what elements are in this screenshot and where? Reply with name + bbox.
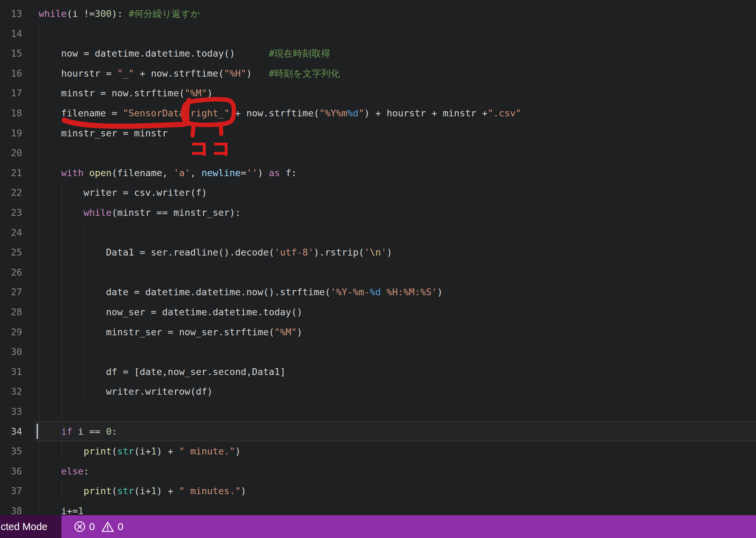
code-line[interactable]: 24 — [0, 223, 756, 243]
code-token — [39, 486, 84, 496]
code-line[interactable]: 28 now_ser = datetime.datetime.today() — [0, 302, 756, 322]
code-token: df = [date,now_ser.second,Data1] — [39, 366, 285, 377]
code-line[interactable]: 27 date = datetime.datetime.now().strfti… — [0, 282, 756, 302]
line-number[interactable]: 33 — [0, 402, 22, 422]
code-area[interactable]: 13while(i !=300): #何分繰り返すか1415 now = dat… — [0, 0, 756, 515]
code-text: with open(filename, 'a', newline='') as … — [39, 163, 297, 183]
code-line[interactable]: 36 else: — [0, 461, 756, 481]
line-number[interactable]: 22 — [0, 183, 22, 203]
code-token: "_" — [117, 68, 134, 79]
code-line[interactable]: 23 while(minstr == minstr_ser): — [0, 203, 756, 223]
code-token: now_ser = datetime.datetime.today() — [39, 307, 302, 317]
code-line[interactable]: 29 minstr_ser = now_ser.strftime("%M") — [0, 322, 756, 342]
problems-status[interactable]: 0 0 — [74, 515, 123, 538]
code-line[interactable]: 13while(i !=300): #何分繰り返すか — [0, 4, 756, 24]
code-token: + now.strftime( — [134, 68, 224, 79]
line-number[interactable]: 25 — [0, 242, 22, 262]
line-number[interactable]: 30 — [0, 342, 22, 362]
code-line[interactable]: 34 if i == 0: — [0, 422, 756, 442]
code-text: hourstr = "_" + now.strftime("%H") #時刻を文… — [39, 64, 340, 84]
code-line[interactable]: 33 — [0, 402, 756, 422]
code-line[interactable]: 15 now = datetime.datetime.today() #現在時刻… — [0, 44, 756, 64]
code-line[interactable]: 31 df = [date,now_ser.second,Data1] — [0, 362, 756, 382]
code-text: date = datetime.datetime.now().strftime(… — [39, 282, 443, 302]
code-token: (minstr == minstr_ser): — [112, 207, 241, 218]
code-line[interactable]: 18 filename = "SensorData_right_" + now.… — [0, 103, 756, 123]
code-token: ) + — [156, 446, 179, 457]
code-token: %d — [370, 287, 381, 297]
restricted-mode-label: cted Mode — [1, 521, 47, 532]
code-token: open — [89, 167, 112, 178]
line-number[interactable]: 18 — [0, 103, 22, 123]
code-line[interactable]: 25 Data1 = ser.readline().decode('utf-8'… — [0, 242, 756, 262]
line-number[interactable]: 24 — [0, 223, 22, 243]
line-number[interactable]: 28 — [0, 302, 22, 322]
code-token: #何分繰り返すか — [128, 8, 200, 19]
code-line[interactable]: 21 with open(filename, 'a', newline='') … — [0, 163, 756, 183]
code-line[interactable]: 32 writer.writerow(df) — [0, 382, 756, 402]
code-line[interactable]: 17 minstr = now.strftime("%M") — [0, 83, 756, 103]
line-number[interactable]: 29 — [0, 322, 22, 342]
line-number[interactable]: 37 — [0, 481, 22, 501]
line-number[interactable]: 35 — [0, 441, 22, 461]
line-number[interactable]: 21 — [0, 163, 22, 183]
code-token: 1 — [151, 486, 156, 496]
code-text: while(i !=300): #何分繰り返すか — [39, 4, 200, 24]
code-line[interactable]: 30 — [0, 342, 756, 362]
line-number[interactable]: 14 — [0, 24, 22, 44]
code-token — [39, 207, 84, 218]
code-text: minstr_ser = minstr — [39, 123, 168, 143]
line-number[interactable]: 27 — [0, 282, 22, 302]
code-token: "SensorData_right_" — [123, 108, 230, 118]
line-number[interactable]: 32 — [0, 382, 22, 402]
code-token: "%H" — [224, 68, 246, 79]
error-count: 0 — [89, 515, 95, 538]
code-token — [39, 446, 84, 457]
code-token: ' — [381, 247, 387, 258]
code-token: print — [84, 446, 112, 457]
code-token: , — [190, 167, 202, 178]
code-text: minstr_ser = now_ser.strftime("%M") — [39, 322, 302, 342]
line-number[interactable]: 38 — [0, 501, 22, 515]
code-line[interactable]: 14 — [0, 24, 756, 44]
line-number[interactable]: 19 — [0, 123, 22, 143]
code-line[interactable]: 19 minstr_ser = minstr — [0, 123, 756, 143]
line-number[interactable]: 26 — [0, 262, 22, 282]
line-number[interactable]: 13 — [0, 4, 22, 24]
code-token: while — [39, 8, 67, 19]
code-line[interactable]: 22 writer = csv.writer(f) — [0, 183, 756, 203]
code-token: as — [269, 167, 280, 178]
code-editor[interactable]: 13while(i !=300): #何分繰り返すか1415 now = dat… — [0, 0, 756, 515]
code-line[interactable]: 37 print(str(i+1) + " minutes.") — [0, 481, 756, 501]
code-token — [39, 167, 61, 178]
code-token — [39, 426, 61, 437]
code-token: (filename, — [112, 167, 173, 178]
code-token: now = datetime.datetime.today() — [39, 48, 269, 59]
code-text: print(str(i+1) + " minute.") — [39, 441, 241, 461]
code-line[interactable]: 35 print(str(i+1) + " minute.") — [0, 441, 756, 461]
code-text: filename = "SensorData_right_" + now.str… — [39, 103, 521, 123]
code-text: minstr = now.strftime("%M") — [39, 83, 213, 103]
line-number[interactable]: 20 — [0, 143, 22, 163]
code-token: writer.writerow(df) — [39, 386, 213, 397]
code-token: str — [117, 446, 134, 457]
line-number[interactable]: 17 — [0, 83, 22, 103]
code-line[interactable]: 38 i+=1 — [0, 501, 756, 515]
line-number[interactable]: 15 — [0, 44, 22, 64]
line-number[interactable]: 34 — [0, 422, 22, 442]
code-line[interactable]: 20 — [0, 143, 756, 163]
code-line[interactable]: 26 — [0, 262, 756, 282]
line-number[interactable]: 23 — [0, 203, 22, 223]
code-token: date = datetime.datetime.now().strftime( — [39, 287, 330, 297]
code-token: ) — [241, 486, 246, 496]
line-number[interactable]: 16 — [0, 64, 22, 84]
code-token: hourstr = — [39, 68, 117, 79]
line-number[interactable]: 31 — [0, 362, 22, 382]
line-number[interactable]: 36 — [0, 461, 22, 481]
error-icon — [74, 521, 86, 532]
code-token: "%Y%m — [319, 108, 347, 118]
code-token: (i+ — [134, 486, 151, 496]
code-line[interactable]: 16 hourstr = "_" + now.strftime("%H") #時… — [0, 64, 756, 84]
restricted-mode-badge[interactable]: cted Mode — [0, 515, 61, 538]
code-token: minstr_ser = now_ser.strftime( — [39, 327, 274, 337]
